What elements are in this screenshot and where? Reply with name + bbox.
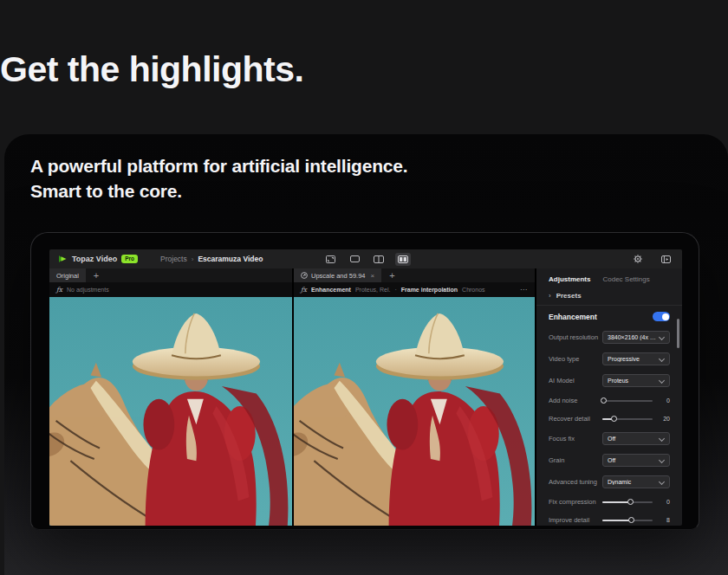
slider-value: 0 — [653, 499, 670, 505]
chevron-down-icon — [659, 356, 665, 362]
slider-knob[interactable] — [601, 397, 607, 404]
video-type-select[interactable]: Progressive — [602, 352, 670, 365]
grain-select[interactable]: Off — [602, 454, 670, 467]
workspace: Original + ƒx No adjustments — [49, 268, 682, 526]
control-advanced-tuning: Advanced tuning Dynamic — [536, 471, 682, 493]
new-tab-button-right[interactable]: + — [381, 268, 402, 282]
original-fx-row: ƒx No adjustments — [49, 282, 292, 297]
new-tab-button-left[interactable]: + — [86, 268, 107, 282]
side-by-side-icon[interactable] — [395, 253, 411, 266]
escaramuza-scene — [294, 297, 535, 526]
control-label: Improve detail — [549, 516, 602, 524]
control-label: Grain — [549, 456, 602, 464]
settings-gear-icon[interactable] — [630, 253, 646, 266]
chevron-down-icon — [659, 436, 665, 442]
enhancement-label: Enhancement — [549, 313, 597, 321]
laptop-mockup: Topaz Video Pro Projects › Escaramuza Vi… — [30, 232, 699, 530]
add-noise-slider[interactable]: 0 — [602, 397, 670, 404]
select-value: Dynamic — [608, 479, 659, 485]
upscaled-pane: Upscale and 59.94 × + ƒx Enhancement Pro… — [294, 268, 535, 526]
upscaled-tabstrip: Upscale and 59.94 × + — [294, 268, 535, 282]
fix-compression-slider[interactable]: 0 — [602, 499, 670, 505]
control-add-noise: Add noise 0 — [536, 391, 682, 410]
select-value: Off — [608, 457, 659, 463]
topbar-right-group — [630, 249, 673, 268]
control-label: Advanced tuning — [549, 478, 602, 486]
control-label: Video type — [549, 355, 602, 363]
panel-toggle-icon[interactable] — [658, 253, 673, 266]
toggle-knob — [662, 313, 669, 320]
slider-track[interactable] — [602, 501, 653, 503]
video-frame-original[interactable] — [49, 297, 292, 526]
enhancement-summary-value: Proteus, Rel. — [355, 287, 390, 293]
enhancement-summary-label: Enhancement — [311, 287, 351, 293]
slider-track[interactable] — [602, 418, 653, 420]
breadcrumb-projects[interactable]: Projects — [160, 255, 187, 263]
control-output-resolution: Output resolution 3840×2160 (4x … — [536, 326, 682, 348]
recover-detail-slider[interactable]: 20 — [602, 416, 670, 422]
improve-detail-slider[interactable]: 8 — [602, 517, 670, 523]
original-pane: Original + ƒx No adjustments — [49, 268, 292, 526]
card-headline-line2: Smart to the core. — [30, 178, 407, 204]
slider-value: 8 — [653, 517, 670, 523]
output-resolution-select[interactable]: 3840×2160 (4x … — [602, 331, 670, 344]
slider-knob[interactable] — [628, 517, 634, 523]
card-headline-line1: A powerful platform for artificial intel… — [30, 153, 407, 178]
enhancement-toggle[interactable] — [653, 312, 670, 321]
tab-adjustments[interactable]: Adjustments — [549, 275, 590, 283]
tab-upscale[interactable]: Upscale and 59.94 × — [294, 268, 381, 282]
fit-screen-icon[interactable] — [322, 253, 338, 266]
interpolation-summary-value: Chronos — [462, 287, 484, 293]
slider-knob[interactable] — [627, 499, 634, 505]
presets-section[interactable]: › Presets — [536, 288, 682, 306]
chevron-right-icon: › — [549, 292, 551, 300]
breadcrumb-current: Escaramuza Video — [198, 255, 263, 263]
video-frame-upscaled[interactable] — [294, 297, 535, 526]
brand-name: Topaz Video — [72, 255, 117, 263]
pro-badge: Pro — [121, 255, 138, 263]
enhancement-section-header: Enhancement — [536, 306, 682, 326]
original-summary: No adjustments — [67, 287, 109, 293]
advanced-tuning-select[interactable]: Dynamic — [602, 475, 670, 488]
control-video-type: Video type Progressive — [536, 348, 682, 370]
select-value: 3840×2160 (4x … — [608, 334, 659, 340]
control-fix-compression: Fix compression 0 — [536, 493, 682, 511]
single-view-icon[interactable] — [347, 253, 362, 266]
focus-fix-select[interactable]: Off — [602, 432, 670, 445]
ai-model-select[interactable]: Proteus — [602, 374, 670, 387]
slider-value: 20 — [653, 416, 670, 422]
chevron-down-icon — [659, 457, 665, 463]
summary-separator: · — [394, 287, 396, 293]
more-options-icon[interactable]: ⋯ — [520, 286, 528, 294]
control-label: Output resolution — [549, 333, 602, 341]
app-topbar: Topaz Video Pro Projects › Escaramuza Vi… — [49, 249, 682, 268]
tab-original[interactable]: Original — [49, 268, 86, 282]
select-value: Progressive — [608, 356, 659, 362]
slider-fill — [602, 520, 631, 521]
adjustments-sidebar: Adjustments Codec Settings › Presets Enh… — [536, 268, 682, 526]
breadcrumb: Projects › Escaramuza Video — [160, 255, 263, 263]
slider-track[interactable] — [602, 520, 653, 521]
original-tabstrip: Original + — [49, 268, 292, 282]
control-grain: Grain Off — [536, 449, 682, 471]
tab-codec-settings[interactable]: Codec Settings — [602, 275, 649, 283]
app-window: Topaz Video Pro Projects › Escaramuza Vi… — [49, 249, 682, 526]
view-mode-group — [322, 249, 411, 268]
control-label: AI Model — [549, 377, 602, 384]
sidebar-scrollbar-thumb[interactable] — [677, 319, 679, 348]
slider-fill — [602, 501, 630, 503]
brand-group: Topaz Video Pro — [58, 255, 138, 263]
split-view-icon[interactable] — [371, 253, 387, 266]
slider-track[interactable] — [602, 400, 653, 402]
close-tab-icon[interactable]: × — [371, 272, 375, 280]
page-title: Get the highlights. — [0, 49, 303, 90]
card-headline: A powerful platform for artificial intel… — [30, 153, 407, 204]
control-recover-detail: Recover detail 20 — [536, 410, 682, 428]
tab-original-label: Original — [56, 272, 79, 280]
fx-icon: ƒx — [56, 286, 62, 294]
upscale-icon — [301, 272, 308, 279]
chevron-down-icon — [659, 378, 665, 384]
slider-knob[interactable] — [611, 416, 617, 422]
select-value: Off — [608, 436, 659, 442]
breadcrumb-separator: › — [192, 255, 194, 263]
